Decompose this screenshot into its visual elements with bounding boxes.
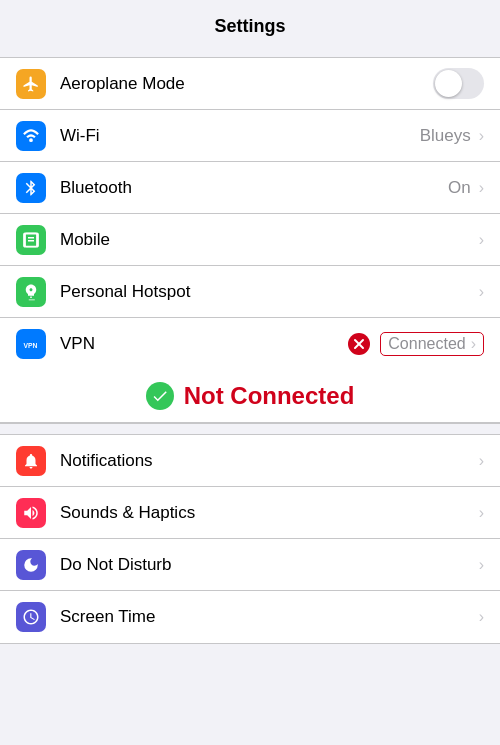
vpn-chevron: › <box>471 335 476 353</box>
screen-time-label: Screen Time <box>60 607 477 627</box>
aeroplane-mode-row[interactable]: Aeroplane Mode <box>0 58 500 110</box>
aeroplane-label: Aeroplane Mode <box>60 74 433 94</box>
mobile-row[interactable]: Mobile › <box>0 214 500 266</box>
toggle-knob <box>435 70 462 97</box>
hotspot-label: Personal Hotspot <box>60 282 477 302</box>
settings-header: Settings <box>0 0 500 47</box>
not-connected-banner: Not Connected <box>0 370 500 423</box>
hotspot-chevron: › <box>479 283 484 301</box>
mobile-icon <box>16 225 46 255</box>
dnd-icon <box>16 550 46 580</box>
wifi-row[interactable]: Wi-Fi Blueys › <box>0 110 500 162</box>
notifications-label: Notifications <box>60 451 477 471</box>
wifi-icon <box>16 121 46 151</box>
dnd-label: Do Not Disturb <box>60 555 477 575</box>
vpn-status-box: Connected › <box>380 332 484 356</box>
bluetooth-value: On <box>448 178 471 198</box>
not-connected-text: Not Connected <box>184 382 355 410</box>
bluetooth-value-group: On › <box>448 178 484 198</box>
bluetooth-chevron: › <box>479 179 484 197</box>
wifi-label: Wi-Fi <box>60 126 420 146</box>
wifi-value-group: Blueys › <box>420 126 484 146</box>
mobile-chevron: › <box>479 231 484 249</box>
notifications-chevron: › <box>479 452 484 470</box>
sounds-right: › <box>477 504 484 522</box>
vpn-right-group: Connected › <box>348 332 484 356</box>
hotspot-icon <box>16 277 46 307</box>
sounds-icon <box>16 498 46 528</box>
section-preferences: Notifications › Sounds & Haptics › Do No… <box>0 434 500 644</box>
sounds-label: Sounds & Haptics <box>60 503 477 523</box>
section-connectivity: Aeroplane Mode Wi-Fi Blueys › Bluetooth … <box>0 57 500 424</box>
vpn-status-text: Connected <box>388 335 465 353</box>
notifications-row[interactable]: Notifications › <box>0 435 500 487</box>
page-title: Settings <box>214 16 285 36</box>
screen-time-chevron: › <box>479 608 484 626</box>
vpn-icon: VPN <box>16 329 46 359</box>
vpn-row[interactable]: VPN VPN Connected › <box>0 318 500 370</box>
wifi-chevron: › <box>479 127 484 145</box>
svg-text:VPN: VPN <box>24 342 38 349</box>
screen-time-icon <box>16 602 46 632</box>
mobile-label: Mobile <box>60 230 477 250</box>
vpn-label: VPN <box>60 334 348 354</box>
bluetooth-label: Bluetooth <box>60 178 448 198</box>
mobile-value-group: › <box>477 231 484 249</box>
bluetooth-icon <box>16 173 46 203</box>
wifi-value: Blueys <box>420 126 471 146</box>
screen-time-row[interactable]: Screen Time › <box>0 591 500 643</box>
aeroplane-icon <box>16 69 46 99</box>
dnd-row[interactable]: Do Not Disturb › <box>0 539 500 591</box>
green-check-icon <box>146 382 174 410</box>
sounds-chevron: › <box>479 504 484 522</box>
dnd-chevron: › <box>479 556 484 574</box>
notifications-icon <box>16 446 46 476</box>
screen-time-right: › <box>477 608 484 626</box>
notifications-right: › <box>477 452 484 470</box>
hotspot-row[interactable]: Personal Hotspot › <box>0 266 500 318</box>
dnd-right: › <box>477 556 484 574</box>
vpn-disconnect-button[interactable] <box>348 333 370 355</box>
sounds-row[interactable]: Sounds & Haptics › <box>0 487 500 539</box>
aeroplane-toggle[interactable] <box>433 68 484 99</box>
bluetooth-row[interactable]: Bluetooth On › <box>0 162 500 214</box>
hotspot-value-group: › <box>477 283 484 301</box>
